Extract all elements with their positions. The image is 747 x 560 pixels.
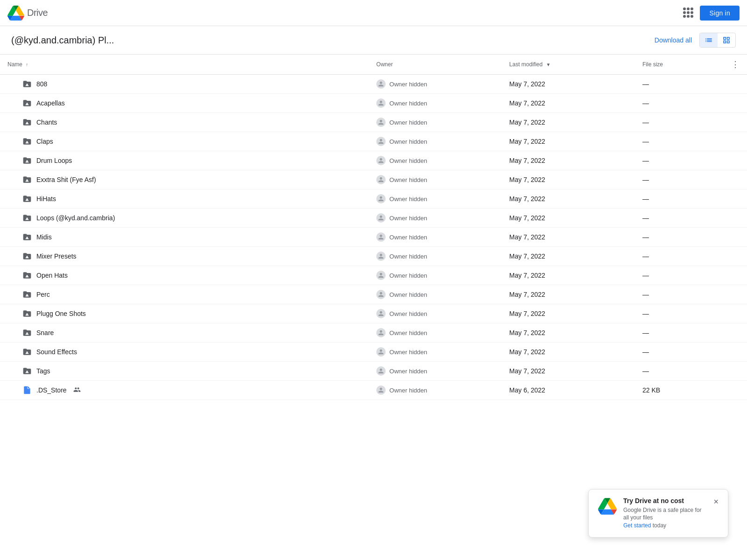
download-all-button[interactable]: Download all [653,33,694,48]
table-row[interactable]: Exxtra Shit (Fye Asf) Owner hidden May 7… [0,170,747,189]
file-name-text: Exxtra Shit (Fye Asf) [36,176,96,183]
owner-text: Owner hidden [389,138,427,145]
col-header-owner[interactable]: Owner [369,55,502,75]
file-icon [22,385,32,395]
file-size-cell: — [635,113,724,132]
owner-text: Owner hidden [389,196,427,203]
person-icon [377,195,385,203]
owner-text: Owner hidden [389,234,427,241]
person-icon [377,80,385,88]
file-modified-cell: May 7, 2022 [502,343,635,362]
avatar [376,98,386,108]
sign-in-button[interactable]: Sign in [700,6,740,21]
file-name-cell: Loops (@kyd.and.cambria) [0,209,369,228]
shared-folder-icon [22,271,32,280]
shared-folder-icon [22,309,32,318]
file-modified-cell: May 7, 2022 [502,362,635,381]
list-view-button[interactable] [700,33,718,47]
table-row[interactable]: Plugg One Shots Owner hidden May 7, 2022… [0,304,747,323]
table-row[interactable]: Sound Effects Owner hidden May 7, 2022— [0,343,747,362]
table-row[interactable]: Tags Owner hidden May 7, 2022— [0,362,747,381]
file-name-text: Perc [36,291,50,298]
file-size-cell: — [635,228,724,247]
modified-sort-icon: ▼ [546,62,551,67]
file-modified-cell: May 7, 2022 [502,113,635,132]
sort-icon: ↑ [26,62,28,67]
file-name-text: Snare [36,329,54,336]
table-row[interactable]: Drum Loops Owner hidden May 7, 2022— [0,151,747,170]
file-modified-cell: May 7, 2022 [502,209,635,228]
col-header-name[interactable]: Name ↑ [0,55,369,75]
avatar [376,290,386,299]
table-header: Name ↑ Owner Last modified ▼ File size ⋮ [0,55,747,75]
google-apps-icon[interactable] [683,7,694,19]
more-options-icon[interactable]: ⋮ [731,60,740,69]
file-name-text: Loops (@kyd.and.cambria) [36,214,115,222]
table-row[interactable]: Snare Owner hidden May 7, 2022— [0,323,747,343]
avatar [376,175,386,184]
file-name-text: Midis [36,233,52,241]
file-owner-cell: Owner hidden [369,304,502,323]
table-row[interactable]: Loops (@kyd.and.cambria) Owner hidden Ma… [0,209,747,228]
file-name-cell: Snare [0,323,369,343]
file-size-cell: — [635,323,724,343]
file-modified-cell: May 7, 2022 [502,94,635,113]
app-header: Drive Sign in [0,0,747,26]
table-row[interactable]: Acapellas Owner hidden May 7, 2022— [0,94,747,113]
person-icon [377,329,385,336]
table-row[interactable]: Mixer Presets Owner hidden May 7, 2022— [0,247,747,266]
file-name-cell: Open Hats [0,266,369,285]
person-icon [377,119,385,126]
shared-folder-icon [22,156,32,165]
file-size-cell: — [635,285,724,304]
grid-view-icon [722,36,731,44]
avatar [376,271,386,280]
shared-folder-icon [22,79,32,89]
table-row[interactable]: HiHats Owner hidden May 7, 2022— [0,189,747,209]
owner-text: Owner hidden [389,387,427,394]
table-row[interactable]: Chants Owner hidden May 7, 2022— [0,113,747,132]
avatar [376,366,386,376]
file-owner-cell: Owner hidden [369,323,502,343]
table-row[interactable]: Open Hats Owner hidden May 7, 2022— [0,266,747,285]
file-table-body: 808 Owner hidden May 7, 2022— Acapellas … [0,75,747,400]
shared-folder-icon [22,175,32,184]
table-row[interactable]: Claps Owner hidden May 7, 2022— [0,132,747,151]
avatar [376,328,386,337]
table-row[interactable]: .DS_Store Owner hidden May 6, 202222 KB [0,381,747,400]
logo-area: Drive [7,5,48,21]
person-icon [377,233,385,241]
owner-text: Owner hidden [389,176,427,183]
shared-folder-icon [22,328,32,337]
avatar [376,79,386,89]
table-row[interactable]: Perc Owner hidden May 7, 2022— [0,285,747,304]
file-name-cell: Tags [0,362,369,381]
owner-text: Owner hidden [389,157,427,164]
file-owner-cell: Owner hidden [369,228,502,247]
file-size-cell: — [635,151,724,170]
col-header-size[interactable]: File size [635,55,724,75]
file-name-text: Sound Effects [36,348,77,356]
col-header-more: ⋮ [724,55,747,75]
file-name-cell: Claps [0,132,369,151]
person-icon [377,214,385,222]
file-size-cell: — [635,170,724,189]
col-header-modified[interactable]: Last modified ▼ [502,55,635,75]
avatar [376,347,386,357]
app-title: Drive [27,7,48,18]
shared-folder-icon [22,290,32,299]
file-owner-cell: Owner hidden [369,75,502,94]
person-icon [377,99,385,107]
file-size-cell: — [635,209,724,228]
file-size-cell: — [635,132,724,151]
table-row[interactable]: Midis Owner hidden May 7, 2022— [0,228,747,247]
file-name-cell: Chants [0,113,369,132]
file-name-cell: Sound Effects [0,343,369,362]
shared-folder-icon [22,366,32,376]
file-size-cell: — [635,94,724,113]
grid-view-button[interactable] [718,33,735,47]
file-modified-cell: May 7, 2022 [502,266,635,285]
file-size-cell: — [635,75,724,94]
table-row[interactable]: 808 Owner hidden May 7, 2022— [0,75,747,94]
file-owner-cell: Owner hidden [369,285,502,304]
